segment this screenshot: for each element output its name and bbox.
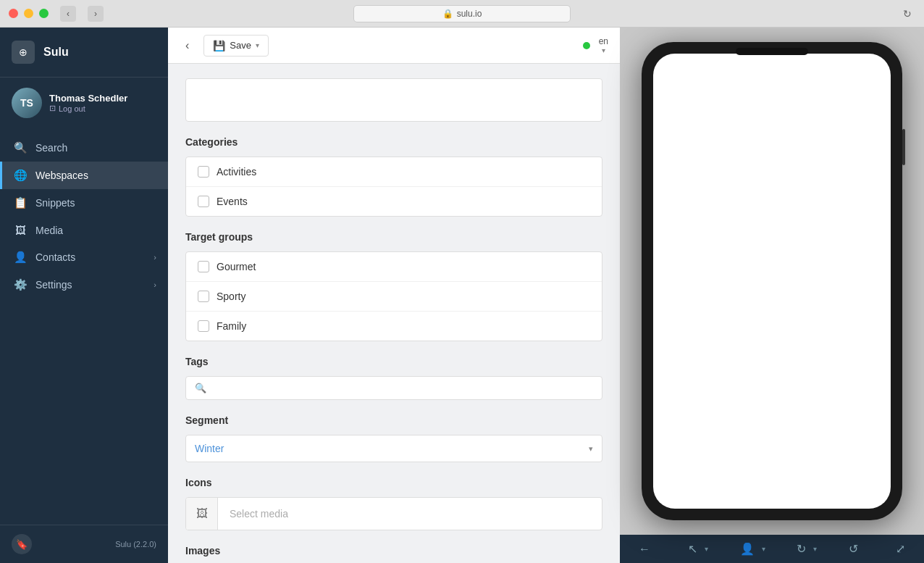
bottom-cursor-button[interactable]: ↖ <box>682 536 703 562</box>
phone-mockup <box>642 42 902 520</box>
user-info: Thomas Schedler ⊡ Log out <box>49 93 127 113</box>
family-label: Family <box>217 320 246 332</box>
sidebar-footer: 🔖 Sulu (2.2.0) <box>0 525 168 563</box>
minimize-button[interactable] <box>24 9 33 18</box>
close-button[interactable] <box>9 9 18 18</box>
settings-icon: ⚙️ <box>14 278 27 291</box>
tags-input[interactable] <box>211 383 593 393</box>
icons-media-icon: 🖼 <box>186 498 218 530</box>
sidebar-item-contacts[interactable]: 👤 Contacts › <box>0 243 168 271</box>
sidebar-header: ⊕ Sulu <box>0 28 168 78</box>
bottom-external-button[interactable]: ⤢ <box>890 536 911 562</box>
bookmark-icon[interactable]: 🔖 <box>12 534 32 554</box>
tags-search-icon: 🔍 <box>195 383 206 393</box>
bottom-cursor-group: ↖ ▾ <box>682 536 708 562</box>
lock-icon: 🔒 <box>442 9 453 19</box>
search-icon: 🔍 <box>14 141 27 154</box>
sporty-checkbox[interactable] <box>198 291 209 302</box>
target-gourmet[interactable]: Gourmet <box>186 252 602 282</box>
sidebar-item-label: Media <box>35 225 156 236</box>
segment-chevron-icon: ▾ <box>589 444 593 454</box>
category-events[interactable]: Events <box>186 187 602 216</box>
url-text: sulu.io <box>457 9 482 19</box>
back-button[interactable]: ‹ <box>180 36 195 55</box>
save-button[interactable]: 💾 Save ▾ <box>203 35 269 57</box>
sidebar-item-settings[interactable]: ⚙️ Settings › <box>0 271 168 299</box>
title-bar: ‹ › 🔒 sulu.io ↻ <box>0 0 924 28</box>
target-groups-list: Gourmet Sporty Family <box>185 251 602 341</box>
toolbar: ‹ 💾 Save ▾ en ▾ <box>168 28 620 64</box>
version-label: Sulu (2.2.0) <box>115 540 156 549</box>
phone-screen <box>653 54 891 509</box>
tags-input-container: 🔍 <box>185 376 602 400</box>
activities-checkbox[interactable] <box>198 166 209 178</box>
bottom-refresh-button[interactable]: ↻ <box>791 536 812 562</box>
images-title: Images <box>185 545 602 556</box>
sidebar-item-media[interactable]: 🖼 Media <box>0 217 168 243</box>
phone-notch <box>736 48 808 55</box>
maximize-button[interactable] <box>39 9 49 18</box>
gourmet-checkbox[interactable] <box>198 261 209 272</box>
save-label: Save <box>230 40 251 51</box>
bottom-reload-button[interactable]: ↺ <box>843 536 864 562</box>
icons-media-select[interactable]: 🖼 Select media <box>185 497 602 530</box>
sidebar-item-label: Contacts <box>35 251 145 263</box>
sidebar-item-label: Search <box>35 142 156 154</box>
sidebar: ⊕ Sulu TS Thomas Schedler ⊡ Log out 🔍 Se… <box>0 28 168 563</box>
sidebar-item-search[interactable]: 🔍 Search <box>0 134 168 162</box>
refresh-chevron-icon: ▾ <box>813 545 817 553</box>
events-checkbox[interactable] <box>198 196 209 207</box>
target-family[interactable]: Family <box>186 312 602 341</box>
logout-button[interactable]: ⊡ Log out <box>49 104 127 113</box>
lang-value: en <box>599 36 608 46</box>
segment-select[interactable]: Winter ▾ <box>185 435 602 462</box>
status-dot <box>583 42 590 49</box>
app-logo: ⊕ <box>12 41 35 64</box>
logout-icon: ⊡ <box>49 104 56 113</box>
person-chevron-icon: ▾ <box>762 545 765 553</box>
save-icon: 💾 <box>213 40 225 51</box>
back-nav-button[interactable]: ‹ <box>60 6 76 22</box>
category-activities[interactable]: Activities <box>186 157 602 187</box>
segment-title: Segment <box>185 414 602 426</box>
activities-label: Activities <box>217 166 256 178</box>
user-name: Thomas Schedler <box>49 93 127 104</box>
target-groups-title: Target groups <box>185 231 602 243</box>
sporty-label: Sporty <box>217 291 245 302</box>
icons-media-label: Select media <box>218 508 602 520</box>
save-chevron-icon: ▾ <box>256 41 259 49</box>
sidebar-nav: 🔍 Search 🌐 Webspaces 📋 Snippets 🖼 Media … <box>0 128 168 525</box>
avatar-initials: TS <box>20 97 33 109</box>
sidebar-item-label: Snippets <box>35 197 156 209</box>
text-input-area[interactable] <box>185 78 602 122</box>
bottom-back-button[interactable]: ← <box>633 537 656 562</box>
target-sporty[interactable]: Sporty <box>186 282 602 312</box>
forward-nav-button[interactable]: › <box>88 6 104 22</box>
form-area[interactable]: Categories Activities Events Target grou… <box>168 64 620 563</box>
address-bar[interactable]: 🔒 sulu.io <box>353 5 571 22</box>
user-profile: TS Thomas Schedler ⊡ Log out <box>0 78 168 128</box>
language-selector[interactable]: en ▾ <box>599 36 608 54</box>
sidebar-item-webspaces[interactable]: 🌐 Webspaces <box>0 162 168 189</box>
bottom-person-button[interactable]: 👤 <box>734 536 760 562</box>
reload-button[interactable]: ↻ <box>899 6 915 22</box>
webspaces-icon: 🌐 <box>14 169 27 182</box>
snippets-icon: 📋 <box>14 196 27 209</box>
avatar: TS <box>12 88 42 118</box>
icons-title: Icons <box>185 477 602 488</box>
categories-list: Activities Events <box>185 157 602 217</box>
sidebar-item-snippets[interactable]: 📋 Snippets <box>0 189 168 217</box>
logout-label: Log out <box>59 104 85 113</box>
lang-chevron-icon: ▾ <box>602 46 605 54</box>
bottom-person-group: 👤 ▾ <box>734 536 765 562</box>
bottom-refresh-group: ↻ ▾ <box>791 536 817 562</box>
chevron-right-icon: › <box>154 280 156 289</box>
bottom-toolbar: ← ↖ ▾ 👤 ▾ ↻ ▾ ↺ ⤢ <box>620 535 924 563</box>
family-checkbox[interactable] <box>198 320 209 332</box>
main-panel: ‹ 💾 Save ▾ en ▾ Categories <box>168 28 620 563</box>
segment-value: Winter <box>195 443 224 454</box>
tags-title: Tags <box>185 356 602 367</box>
contacts-icon: 👤 <box>14 251 27 264</box>
chevron-right-icon: › <box>154 253 156 262</box>
gourmet-label: Gourmet <box>217 261 256 272</box>
